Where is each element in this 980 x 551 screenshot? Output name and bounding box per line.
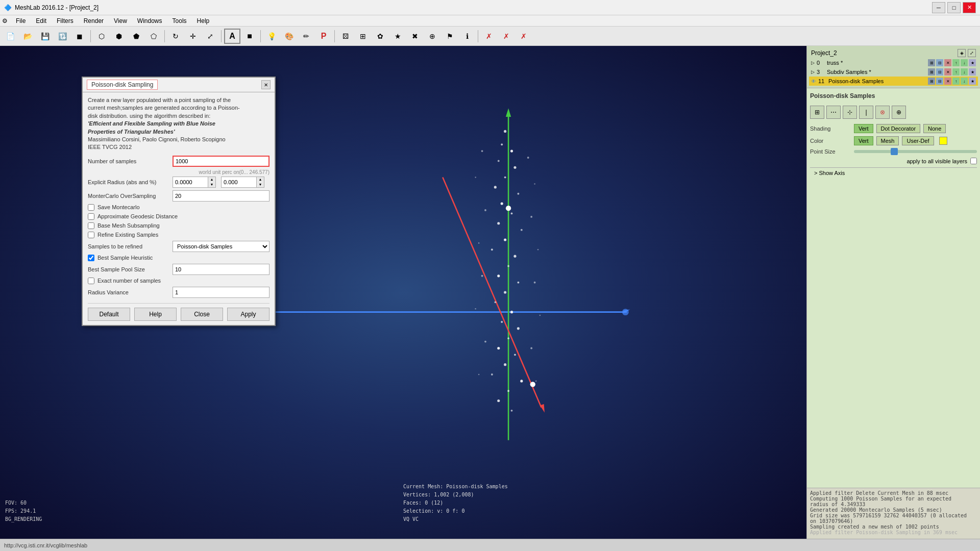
log-panel[interactable]: Applied filter Delete Current Mesh in 88… <box>807 488 980 539</box>
tool-mesh2[interactable]: ⊞ <box>355 29 371 44</box>
tool-flag[interactable]: ⚑ <box>442 29 458 44</box>
spinbox-abs-up[interactable]: ▲ <box>208 177 215 182</box>
tool-star[interactable]: ★ <box>389 29 406 44</box>
close-dialog-button[interactable]: Close <box>181 308 223 321</box>
menu-file[interactable]: File <box>14 16 28 26</box>
layer-action-3-4[interactable]: ↑ <box>952 68 960 76</box>
layer-ctrl-1[interactable]: ◈ <box>958 49 966 57</box>
show-axis[interactable]: > Show Axis <box>810 167 977 178</box>
layer-action-11-3[interactable]: ✕ <box>944 78 951 85</box>
close-window-button[interactable]: ✕ <box>963 2 976 13</box>
approx-geodesic-checkbox[interactable] <box>88 213 94 220</box>
layer-action-0-2[interactable]: ⊟ <box>936 59 943 66</box>
tool-info[interactable]: ℹ <box>459 29 475 44</box>
layer-item-truss[interactable]: ▷ 0 truss * ⊞ ⊟ ✕ ↑ ↓ ★ <box>809 58 978 67</box>
tool-scale[interactable]: ⤢ <box>202 29 218 44</box>
tool-cross1[interactable]: ✗ <box>481 29 497 44</box>
num-samples-input[interactable] <box>173 156 270 167</box>
tool-ref[interactable]: ⊕ <box>424 29 440 44</box>
layer-action-3-5[interactable]: ↓ <box>961 68 968 76</box>
shading-none-btn[interactable]: None <box>923 124 946 133</box>
open-button[interactable]: 📂 <box>19 29 36 44</box>
color-mesh-btn[interactable]: Mesh <box>876 136 899 145</box>
color-userdef-btn[interactable]: User-Def <box>902 136 934 145</box>
apply-button[interactable]: Apply <box>227 308 270 321</box>
prop-tool-2[interactable]: ⋯ <box>826 106 841 119</box>
best-pool-input[interactable] <box>173 264 270 275</box>
default-button[interactable]: Default <box>88 308 130 321</box>
minimize-button[interactable]: ─ <box>932 2 945 13</box>
layer-action-11-1[interactable]: ⊞ <box>928 78 935 85</box>
prop-tool-3[interactable]: ⊹ <box>843 106 857 119</box>
tool-btn-6[interactable]: ⬡ <box>93 29 110 44</box>
tool-flower[interactable]: ✿ <box>372 29 388 44</box>
viewport[interactable]: FOV: 60 FPS: 294.1 BG_RENDERING Current … <box>0 46 806 539</box>
tool-fill[interactable]: ■ <box>241 29 258 44</box>
layer-action-0-1[interactable]: ⊞ <box>928 59 935 66</box>
tool-btn-4[interactable]: 🔃 <box>54 29 70 44</box>
menu-view[interactable]: View <box>112 16 129 26</box>
tool-cross2[interactable]: ✗ <box>498 29 514 44</box>
shading-dot-btn[interactable]: Dot Decorator <box>876 124 920 133</box>
layer-action-3-3[interactable]: ✕ <box>944 68 951 76</box>
prop-tool-5[interactable]: ⊗ <box>875 106 890 119</box>
prop-tool-1[interactable]: ⊞ <box>810 106 824 119</box>
radius-variance-input[interactable] <box>173 287 270 298</box>
prop-tool-6[interactable]: ⊕ <box>892 106 906 119</box>
tool-P[interactable]: P <box>315 29 332 44</box>
samples-refined-select[interactable]: Poisson-disk Samples truss Subdiv Sample… <box>173 241 270 252</box>
montecarlo-input[interactable] <box>173 190 270 202</box>
maximize-button[interactable]: □ <box>947 2 961 13</box>
layer-action-11-6[interactable]: ★ <box>969 78 976 85</box>
poisson-dialog[interactable]: Poisson-disk Sampling ✕ Create a new lay… <box>82 77 276 326</box>
layer-action-0-6[interactable]: ★ <box>969 59 976 66</box>
tool-rotate[interactable]: ↻ <box>167 29 184 44</box>
explicit-radius-abs-input[interactable] <box>173 177 208 188</box>
tool-x1[interactable]: ✖ <box>407 29 423 44</box>
layer-item-subdiv[interactable]: ▷ 3 Subdiv Samples * ⊞ ⊟ ✕ ↑ ↓ ★ <box>809 67 978 77</box>
tool-light[interactable]: 💡 <box>263 29 280 44</box>
tool-btn-7[interactable]: ⬢ <box>111 29 127 44</box>
menu-render[interactable]: Render <box>82 16 106 26</box>
exact-samples-checkbox[interactable] <box>88 278 94 284</box>
point-size-slider[interactable] <box>854 150 977 153</box>
layer-action-11-5[interactable]: ↓ <box>961 78 968 85</box>
menu-windows[interactable]: Windows <box>135 16 164 26</box>
explicit-radius-pct-input[interactable] <box>221 177 257 188</box>
color-swatch[interactable] <box>939 137 947 145</box>
layer-action-3-6[interactable]: ★ <box>969 68 976 76</box>
layer-action-3-2[interactable]: ⊟ <box>936 68 943 76</box>
tool-color[interactable]: 🎨 <box>281 29 297 44</box>
color-vert-btn[interactable]: Vert <box>854 136 873 145</box>
tool-mesh1[interactable]: ⚄ <box>337 29 354 44</box>
prop-tool-4[interactable]: | <box>859 106 873 119</box>
best-sample-checkbox[interactable] <box>88 255 94 261</box>
shading-vert-btn[interactable]: Vert <box>854 124 873 133</box>
tool-btn-9[interactable]: ⬠ <box>145 29 162 44</box>
base-mesh-checkbox[interactable] <box>88 222 94 229</box>
new-button[interactable]: 📄 <box>2 29 18 44</box>
tool-btn-5[interactable]: ◼ <box>71 29 88 44</box>
menu-edit[interactable]: Edit <box>34 16 48 26</box>
tool-A[interactable]: A <box>224 29 240 44</box>
layer-item-poisson[interactable]: 👁 11 Poisson-disk Samples ⊞ ⊟ ✕ ↑ ↓ ★ <box>809 77 978 86</box>
tool-cross3[interactable]: ✗ <box>516 29 532 44</box>
menu-tools[interactable]: Tools <box>170 16 189 26</box>
dialog-close-button[interactable]: ✕ <box>261 80 271 89</box>
layer-action-0-4[interactable]: ↑ <box>952 59 960 66</box>
save-montecarlo-checkbox[interactable] <box>88 204 94 211</box>
layer-action-11-4[interactable]: ↑ <box>952 78 960 85</box>
layer-action-0-3[interactable]: ✕ <box>944 59 951 66</box>
layer-action-0-5[interactable]: ↓ <box>961 59 968 66</box>
menu-filters[interactable]: Filters <box>55 16 76 26</box>
layer-action-11-2[interactable]: ⊟ <box>936 78 943 85</box>
spinbox-abs-down[interactable]: ▼ <box>208 182 215 187</box>
apply-visible-checkbox[interactable] <box>970 158 977 164</box>
spinbox-pct-up[interactable]: ▲ <box>257 177 264 182</box>
tool-translate[interactable]: ✛ <box>185 29 201 44</box>
spinbox-pct-down[interactable]: ▼ <box>257 182 264 187</box>
menu-help[interactable]: Help <box>195 16 212 26</box>
tool-pen[interactable]: ✏ <box>298 29 314 44</box>
save-button[interactable]: 💾 <box>37 29 53 44</box>
refine-checkbox[interactable] <box>88 232 94 238</box>
